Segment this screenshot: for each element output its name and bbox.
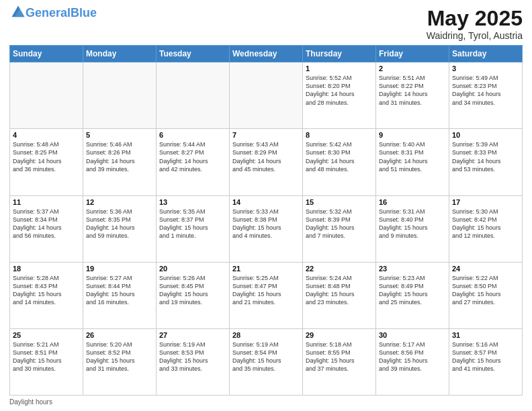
col-header-friday: Friday: [376, 46, 449, 62]
calendar-cell: 11Sunrise: 5:37 AM Sunset: 8:34 PM Dayli…: [10, 195, 83, 262]
day-number: 10: [452, 131, 519, 139]
calendar-cell: 21Sunrise: 5:25 AM Sunset: 8:47 PM Dayli…: [230, 262, 303, 328]
cell-text: Sunrise: 5:32 AM Sunset: 8:39 PM Dayligh…: [306, 208, 373, 240]
week-row-5: 25Sunrise: 5:21 AM Sunset: 8:51 PM Dayli…: [10, 328, 523, 395]
day-number: 26: [86, 331, 153, 339]
main-title: May 2025: [427, 7, 523, 30]
calendar-cell: 16Sunrise: 5:31 AM Sunset: 8:40 PM Dayli…: [376, 195, 449, 262]
cell-text: Sunrise: 5:26 AM Sunset: 8:45 PM Dayligh…: [159, 274, 226, 307]
cell-text: Sunrise: 5:35 AM Sunset: 8:37 PM Dayligh…: [159, 208, 226, 240]
col-header-sunday: Sunday: [10, 46, 83, 62]
calendar-cell: 29Sunrise: 5:18 AM Sunset: 8:55 PM Dayli…: [303, 328, 376, 395]
calendar-cell: 4Sunrise: 5:48 AM Sunset: 8:25 PM Daylig…: [10, 129, 83, 195]
cell-text: Sunrise: 5:39 AM Sunset: 8:33 PM Dayligh…: [452, 140, 519, 173]
calendar-cell: 15Sunrise: 5:32 AM Sunset: 8:39 PM Dayli…: [303, 195, 376, 262]
cell-text: Sunrise: 5:24 AM Sunset: 8:48 PM Dayligh…: [306, 274, 373, 307]
calendar-cell: 23Sunrise: 5:23 AM Sunset: 8:49 PM Dayli…: [376, 262, 449, 328]
col-header-thursday: Thursday: [303, 46, 376, 62]
cell-text: Sunrise: 5:17 AM Sunset: 8:56 PM Dayligh…: [379, 340, 446, 373]
day-number: 31: [452, 331, 519, 339]
cell-text: Sunrise: 5:21 AM Sunset: 8:51 PM Dayligh…: [13, 340, 80, 373]
cell-text: Sunrise: 5:46 AM Sunset: 8:26 PM Dayligh…: [86, 140, 153, 173]
cell-text: Sunrise: 5:44 AM Sunset: 8:27 PM Dayligh…: [159, 140, 226, 173]
calendar-cell: 28Sunrise: 5:19 AM Sunset: 8:54 PM Dayli…: [230, 328, 303, 395]
cell-text: Sunrise: 5:19 AM Sunset: 8:53 PM Dayligh…: [159, 340, 226, 373]
cell-text: Sunrise: 5:43 AM Sunset: 8:29 PM Dayligh…: [232, 140, 300, 173]
calendar-cell: 12Sunrise: 5:36 AM Sunset: 8:35 PM Dayli…: [83, 195, 157, 262]
calendar-cell: 13Sunrise: 5:35 AM Sunset: 8:37 PM Dayli…: [157, 195, 230, 262]
calendar-cell: 18Sunrise: 5:28 AM Sunset: 8:43 PM Dayli…: [10, 262, 83, 328]
day-number: 3: [452, 64, 519, 73]
calendar-cell: 25Sunrise: 5:21 AM Sunset: 8:51 PM Dayli…: [10, 328, 83, 395]
logo-area: GeneralBlue: [9, 7, 97, 20]
calendar-cell: 31Sunrise: 5:16 AM Sunset: 8:57 PM Dayli…: [449, 328, 523, 395]
calendar-cell: [230, 62, 303, 129]
day-number: 15: [306, 198, 373, 206]
day-number: 29: [306, 331, 373, 339]
logo-text: GeneralBlue: [26, 7, 97, 20]
cell-text: Sunrise: 5:31 AM Sunset: 8:40 PM Dayligh…: [379, 208, 446, 240]
day-number: 13: [159, 198, 226, 206]
cell-text: Sunrise: 5:37 AM Sunset: 8:34 PM Dayligh…: [13, 208, 80, 240]
day-number: 27: [159, 331, 226, 339]
calendar-cell: 30Sunrise: 5:17 AM Sunset: 8:56 PM Dayli…: [376, 328, 449, 395]
page: GeneralBlue May 2025 Waidring, Tyrol, Au…: [0, 0, 532, 411]
day-number: 8: [306, 131, 373, 139]
day-number: 30: [379, 331, 446, 339]
day-number: 20: [159, 265, 226, 273]
calendar-cell: 27Sunrise: 5:19 AM Sunset: 8:53 PM Dayli…: [157, 328, 230, 395]
col-header-saturday: Saturday: [449, 46, 523, 62]
cell-text: Sunrise: 5:36 AM Sunset: 8:35 PM Dayligh…: [86, 208, 153, 240]
cell-text: Sunrise: 5:51 AM Sunset: 8:22 PM Dayligh…: [379, 74, 446, 107]
calendar-cell: 14Sunrise: 5:33 AM Sunset: 8:38 PM Dayli…: [230, 195, 303, 262]
col-header-monday: Monday: [83, 46, 157, 62]
calendar-table: SundayMondayTuesdayWednesdayThursdayFrid…: [9, 45, 523, 396]
cell-text: Sunrise: 5:23 AM Sunset: 8:49 PM Dayligh…: [379, 274, 446, 307]
calendar-cell: 22Sunrise: 5:24 AM Sunset: 8:48 PM Dayli…: [303, 262, 376, 328]
cell-text: Sunrise: 5:40 AM Sunset: 8:31 PM Dayligh…: [379, 140, 446, 173]
day-number: 2: [379, 64, 446, 73]
calendar-cell: 26Sunrise: 5:20 AM Sunset: 8:52 PM Dayli…: [83, 328, 157, 395]
day-number: 7: [232, 131, 300, 139]
calendar-cell: 17Sunrise: 5:30 AM Sunset: 8:42 PM Dayli…: [449, 195, 523, 262]
week-row-1: 1Sunrise: 5:52 AM Sunset: 8:20 PM Daylig…: [10, 62, 523, 129]
day-number: 23: [379, 265, 446, 273]
day-number: 19: [86, 265, 153, 273]
day-number: 5: [86, 131, 153, 139]
week-row-4: 18Sunrise: 5:28 AM Sunset: 8:43 PM Dayli…: [10, 262, 523, 328]
logo-line2: Blue: [71, 6, 97, 19]
cell-text: Sunrise: 5:33 AM Sunset: 8:38 PM Dayligh…: [232, 208, 300, 240]
calendar-cell: 1Sunrise: 5:52 AM Sunset: 8:20 PM Daylig…: [303, 62, 376, 129]
calendar-cell: [157, 62, 230, 129]
calendar-cell: [10, 62, 83, 129]
calendar-cell: 5Sunrise: 5:46 AM Sunset: 8:26 PM Daylig…: [83, 129, 157, 195]
subtitle: Waidring, Tyrol, Austria: [427, 30, 523, 41]
day-number: 9: [379, 131, 446, 139]
day-number: 1: [306, 64, 373, 73]
cell-text: Sunrise: 5:18 AM Sunset: 8:55 PM Dayligh…: [306, 340, 373, 373]
title-area: May 2025 Waidring, Tyrol, Austria: [427, 7, 523, 41]
calendar-cell: 7Sunrise: 5:43 AM Sunset: 8:29 PM Daylig…: [230, 129, 303, 195]
cell-text: Sunrise: 5:25 AM Sunset: 8:47 PM Dayligh…: [232, 274, 300, 307]
calendar-cell: [83, 62, 157, 129]
calendar-cell: 6Sunrise: 5:44 AM Sunset: 8:27 PM Daylig…: [157, 129, 230, 195]
cell-text: Sunrise: 5:49 AM Sunset: 8:23 PM Dayligh…: [452, 74, 519, 107]
cell-text: Sunrise: 5:28 AM Sunset: 8:43 PM Dayligh…: [13, 274, 80, 307]
cell-text: Sunrise: 5:19 AM Sunset: 8:54 PM Dayligh…: [232, 340, 300, 373]
day-number: 6: [159, 131, 226, 139]
col-header-tuesday: Tuesday: [157, 46, 230, 62]
logo-line1: General: [26, 6, 71, 19]
day-number: 17: [452, 198, 519, 206]
day-number: 4: [13, 131, 80, 139]
cell-text: Sunrise: 5:52 AM Sunset: 8:20 PM Dayligh…: [306, 74, 373, 107]
day-number: 12: [86, 198, 153, 206]
day-number: 11: [13, 198, 80, 206]
day-number: 25: [13, 331, 80, 339]
footer-note: Daylight hours: [9, 398, 523, 406]
footer-text: Daylight hours: [9, 398, 52, 406]
day-number: 16: [379, 198, 446, 206]
day-number: 14: [232, 198, 300, 206]
calendar-cell: 24Sunrise: 5:22 AM Sunset: 8:50 PM Dayli…: [449, 262, 523, 328]
col-header-wednesday: Wednesday: [230, 46, 303, 62]
calendar-cell: 9Sunrise: 5:40 AM Sunset: 8:31 PM Daylig…: [376, 129, 449, 195]
